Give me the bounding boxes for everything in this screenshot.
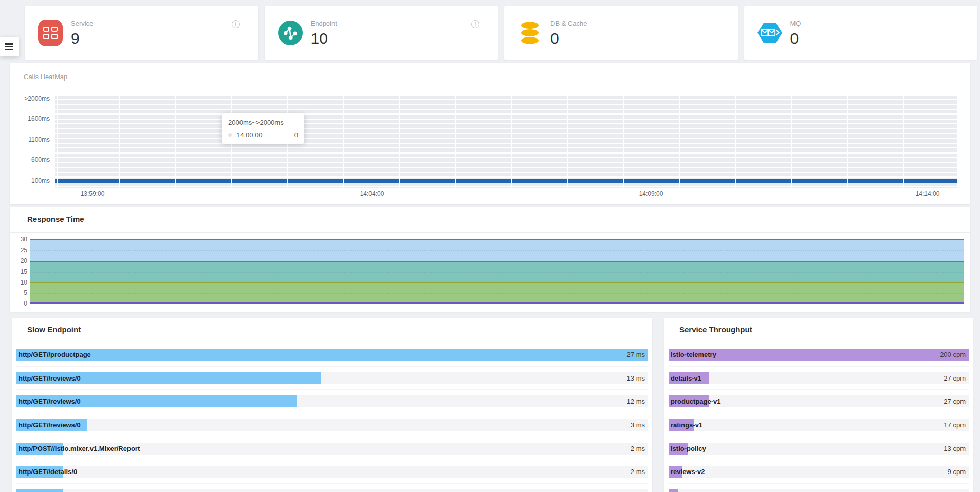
tooltip-time: 14:00:00: [236, 131, 263, 139]
rt-y-tick: 5: [13, 289, 27, 296]
endpoint-name: http/POST//istio.mixer.v1.Mixer/Report: [19, 443, 140, 455]
bar-track: http/POST//istio.mixer.v1.Mixer/Report 2…: [16, 443, 648, 455]
service-name: reviews-v2: [671, 466, 705, 478]
list-item[interactable]: productpage-v1 27 cpm: [669, 390, 969, 413]
response-time-chart[interactable]: [30, 239, 964, 304]
calls-heatmap-panel: Calls HeatMap >2000ms 1600ms 1100ms 600m…: [10, 63, 970, 204]
heatmap-y-label: 100ms: [10, 177, 50, 184]
service-name: details-v1: [671, 372, 701, 384]
heatmap-y-label: >2000ms: [10, 95, 50, 102]
service-value: 200 cpm: [940, 349, 966, 361]
bar-track: productpage-v1 27 cpm: [669, 395, 969, 407]
service-name: istio-policy: [671, 443, 706, 455]
tooltip-series-dot: [228, 133, 232, 137]
endpoint-value: 2 ms: [631, 466, 645, 478]
database-icon: [517, 20, 542, 46]
bar-track: details-v1 27 cpm: [669, 372, 969, 384]
service-value: 13 cpm: [944, 443, 966, 455]
list-item[interactable]: istio-policy 13 cpm: [669, 437, 969, 461]
hamburger-icon: [5, 49, 13, 50]
hamburger-icon: [5, 43, 13, 45]
bar-track: http/GET//reviews/0 13 ms: [16, 372, 648, 384]
info-icon[interactable]: i: [471, 20, 479, 28]
heatmap-active-row[interactable]: [55, 179, 957, 183]
stat-card-row: Service 9 i Endpoint 10 i: [25, 6, 977, 60]
bar-track: [669, 489, 969, 492]
list-item[interactable]: ratings-v1 17 cpm: [669, 413, 969, 437]
list-item[interactable]: http/GET//details/0 2 ms: [16, 460, 648, 484]
rt-y-tick: 10: [13, 279, 27, 286]
heatmap-y-label: 1600ms: [10, 115, 50, 122]
heatmap-grid[interactable]: [55, 96, 957, 188]
card-value: 9: [71, 31, 93, 46]
card-mq: MQ 0: [744, 6, 978, 60]
response-time-title: Response Time: [27, 215, 84, 223]
heatmap-y-label: 1100ms: [10, 136, 50, 143]
bar-track: http/GET//reviews/0 3 ms: [16, 419, 648, 431]
card-db-cache: DB & Cache 0: [504, 6, 738, 60]
endpoint-name: http/GET//reviews/0: [19, 419, 81, 431]
heatmap-x-label: 14:04:00: [360, 190, 384, 197]
card-value: 0: [550, 31, 587, 46]
heatmap-x-label: 14:14:00: [916, 190, 940, 197]
service-throughput-title: Service Throughput: [679, 325, 752, 334]
rt-y-tick: 20: [13, 257, 27, 264]
list-item-partial[interactable]: [669, 484, 969, 492]
tooltip-bucket-range: 2000ms~>2000ms: [228, 119, 298, 126]
info-icon[interactable]: i: [232, 20, 240, 28]
bar-track: istio-telemetry 200 cpm: [669, 349, 969, 361]
gridline-5: [30, 293, 964, 294]
divider: [10, 232, 970, 233]
heatmap-x-label: 14:09:00: [639, 190, 663, 197]
rt-y-tick: 0: [13, 300, 27, 307]
hamburger-icon: [5, 46, 13, 48]
baseline-0: [30, 302, 964, 304]
service-value: 9 cpm: [948, 466, 966, 478]
list-item[interactable]: http/POST//istio.mixer.v1.Mixer/Report 2…: [16, 437, 648, 461]
endpoint-value: 3 ms: [631, 419, 645, 431]
service-value: 27 cpm: [944, 372, 966, 384]
endpoint-name: http/GET//productpage: [19, 349, 91, 361]
heatmap-x-label: 13:59:00: [81, 190, 105, 197]
list-item[interactable]: http/GET//reviews/0 3 ms: [16, 413, 648, 437]
slow-endpoint-title: Slow Endpoint: [27, 325, 81, 334]
endpoint-name: http/GET//details/0: [19, 466, 77, 478]
message-queue-icon: [757, 20, 782, 46]
card-label: Endpoint: [311, 20, 337, 27]
endpoint-value: 2 ms: [631, 443, 645, 455]
endpoint-value: 13 ms: [627, 372, 645, 384]
service-value: 17 cpm: [944, 419, 966, 431]
bar: [669, 489, 678, 492]
endpoint-value: 12 ms: [627, 395, 645, 407]
rt-y-tick: 25: [13, 247, 27, 254]
endpoint-share-nodes-icon: [278, 21, 303, 45]
list-item-partial[interactable]: [16, 484, 648, 492]
card-label: Service: [71, 20, 93, 27]
heatmap-y-label: 600ms: [10, 156, 50, 163]
gridline-25: [30, 250, 964, 251]
list-item[interactable]: istio-telemetry 200 cpm: [669, 343, 969, 367]
list-item[interactable]: http/GET//reviews/0 12 ms: [16, 390, 648, 413]
service-name: productpage-v1: [671, 395, 721, 407]
endpoint-name: http/GET//reviews/0: [19, 372, 81, 384]
heatmap-title: Calls HeatMap: [24, 73, 67, 81]
slow-endpoint-panel: Slow Endpoint http/GET//productpage 27 m…: [12, 318, 652, 492]
heatmap-tooltip: 2000ms~>2000ms 14:00:00 0: [222, 113, 304, 144]
service-throughput-list: istio-telemetry 200 cpm details-v1 27 cp…: [669, 343, 969, 492]
list-item[interactable]: http/GET//productpage 27 ms: [16, 343, 648, 367]
service-grid-icon: [38, 20, 63, 46]
service-name: ratings-v1: [671, 419, 702, 431]
service-throughput-panel: Service Throughput istio-telemetry 200 c…: [664, 318, 973, 492]
list-item[interactable]: reviews-v2 9 cpm: [669, 460, 969, 484]
sidebar-toggle-button[interactable]: [0, 37, 19, 56]
endpoint-name: http/GET//reviews/0: [19, 395, 81, 407]
card-value: 10: [311, 31, 337, 46]
list-item[interactable]: http/GET//reviews/0 13 ms: [16, 367, 648, 390]
bar-track: istio-policy 13 cpm: [669, 443, 969, 455]
bar-track: http/GET//details/0 2 ms: [16, 466, 648, 478]
list-item[interactable]: details-v1 27 cpm: [669, 367, 969, 390]
card-label: DB & Cache: [550, 20, 587, 27]
rt-y-tick: 15: [13, 268, 27, 275]
bar-track: http/GET//productpage 27 ms: [16, 349, 648, 361]
card-label: MQ: [790, 20, 801, 27]
